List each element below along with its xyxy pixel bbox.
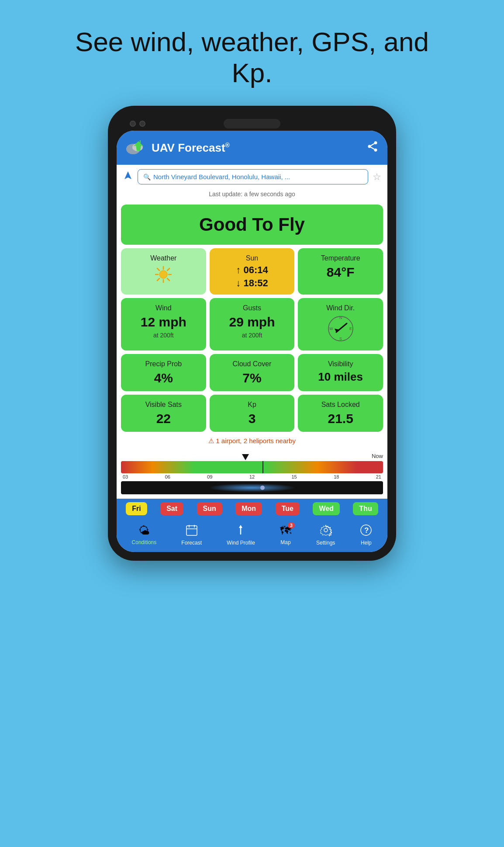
kp-title: Kp (248, 401, 256, 409)
day-wed[interactable]: Wed (313, 502, 339, 515)
day-mon[interactable]: Mon (235, 502, 262, 515)
temperature-card: Temperature 84°F (298, 248, 383, 295)
wind-card: Wind 12 mph at 200ft (121, 298, 206, 351)
settings-icon (320, 524, 332, 538)
sun-set: ↓ 18:52 (236, 278, 268, 288)
favorite-button[interactable]: ☆ (373, 171, 381, 183)
nav-map[interactable]: 🗺 3 Map (280, 524, 291, 546)
search-input[interactable]: 🔍 North Vineyard Boulevard, Honolulu, Ha… (138, 169, 368, 184)
svg-marker-9 (124, 171, 131, 179)
visible-sats-card: Visible Sats 22 (121, 395, 206, 432)
visibility-card: Visibility 10 miles (298, 354, 383, 391)
nav-forecast[interactable]: Forecast (181, 524, 202, 546)
temperature-value: 84°F (327, 265, 355, 279)
sun-card: Sun ↑ 06:14 ↓ 18:52 (210, 248, 295, 295)
kp-card: Kp 3 (210, 395, 295, 432)
nav-wind-profile[interactable]: Wind Profile (227, 524, 255, 546)
visible-sats-title: Visible Sats (145, 401, 182, 409)
cloud-card: Cloud Cover 7% (210, 354, 295, 391)
svg-line-17 (167, 268, 169, 271)
sats-locked-card: Sats Locked 21.5 (298, 395, 383, 432)
forecast-label: Forecast (181, 540, 202, 546)
svg-line-15 (157, 268, 159, 271)
svg-line-18 (157, 278, 159, 281)
svg-point-32 (324, 528, 328, 532)
visibility-value: 10 miles (318, 371, 363, 383)
cloud-title: Cloud Cover (233, 360, 272, 368)
cloud-value: 7% (242, 371, 261, 385)
last-update: Last update: a few seconds ago (117, 189, 387, 201)
search-bar-row: 🔍 North Vineyard Boulevard, Honolulu, Ha… (117, 165, 387, 189)
wind-title: Wind (155, 304, 171, 312)
map-badge: 3 (288, 522, 295, 528)
phone-device: UAV Forecast® 🔍 North Vineyard Boule (108, 106, 396, 561)
help-label: Help (361, 540, 372, 546)
gusts-title: Gusts (243, 304, 261, 312)
kp-value: 3 (249, 411, 256, 426)
svg-line-16 (167, 278, 169, 281)
map-label: Map (280, 539, 290, 545)
nav-settings[interactable]: Settings (316, 524, 335, 546)
tick-12: 12 (249, 474, 255, 479)
svg-marker-31 (239, 525, 242, 528)
gusts-sub: at 200ft (242, 332, 262, 339)
share-button[interactable] (366, 140, 379, 156)
conditions-icon: 🌤 (138, 524, 150, 538)
good-to-fly-banner: Good To Fly (121, 205, 383, 245)
conditions-icon-img: 🌤 (138, 524, 150, 537)
headline: See wind, weather, GPS, and Kp. (55, 26, 449, 88)
sun-rise: ↑ 06:14 (236, 265, 268, 275)
svg-line-24 (336, 323, 347, 332)
nav-conditions[interactable]: 🌤 Conditions (132, 524, 157, 546)
svg-rect-26 (186, 526, 197, 535)
bottom-nav: 🌤 Conditions Forecast (117, 519, 387, 552)
conditions-label: Conditions (132, 539, 157, 545)
night-bar (121, 481, 383, 494)
tick-18: 18 (334, 474, 339, 479)
sats-locked-title: Sats Locked (321, 401, 360, 409)
timeline-bar[interactable] (121, 461, 383, 473)
app-header: UAV Forecast® (117, 131, 387, 165)
day-sat[interactable]: Sat (160, 502, 183, 515)
app-logo (125, 137, 147, 159)
wind-dir-title: Wind Dir. (326, 304, 355, 312)
phone-speaker (224, 119, 280, 128)
cards-grid: Weather Sun (117, 248, 387, 432)
day-thu[interactable]: Thu (353, 502, 378, 515)
timeline-section: Now 03 06 09 12 15 18 21 (117, 450, 387, 496)
day-fri[interactable]: Fri (126, 502, 147, 515)
day-sun[interactable]: Sun (197, 502, 222, 515)
precip-title: Precip Prob (145, 360, 182, 368)
sun-title: Sun (246, 254, 258, 262)
phone-notch (117, 115, 387, 131)
location-button[interactable] (123, 170, 133, 184)
tick-15: 15 (292, 474, 297, 479)
svg-text:S: S (339, 337, 342, 341)
weather-card: Weather (121, 248, 206, 295)
sats-locked-value: 21.5 (328, 411, 353, 426)
precip-card: Precip Prob 4% (121, 354, 206, 391)
timeline-ticks-row: 03 06 09 12 15 18 21 (121, 474, 383, 479)
camera-right (139, 121, 145, 127)
temperature-title: Temperature (321, 254, 360, 262)
svg-text:W: W (329, 326, 333, 331)
app-title: UAV Forecast® (152, 141, 230, 155)
wind-profile-icon (235, 524, 247, 538)
wind-value: 12 mph (141, 315, 186, 329)
gusts-card: Gusts 29 mph at 200ft (210, 298, 295, 351)
search-value: North Vineyard Boulevard, Honolulu, Hawa… (153, 173, 290, 181)
svg-line-8 (371, 143, 374, 146)
tick-09: 09 (207, 474, 212, 479)
visible-sats-value: 22 (156, 411, 171, 426)
svg-point-10 (159, 271, 167, 278)
day-tue[interactable]: Tue (276, 502, 300, 515)
airport-warning: ⚠ 1 airport, 2 heliports nearby (117, 432, 387, 450)
wind-dir-card: Wind Dir. N S E W (298, 298, 383, 351)
svg-line-7 (371, 147, 374, 149)
map-icon: 🗺 3 (280, 524, 291, 538)
timeline-needle-icon (242, 454, 249, 460)
nav-help[interactable]: ? Help (360, 524, 372, 546)
search-icon: 🔍 (143, 174, 151, 181)
svg-point-4 (374, 141, 377, 144)
compass-icon: N S E W (327, 315, 355, 344)
